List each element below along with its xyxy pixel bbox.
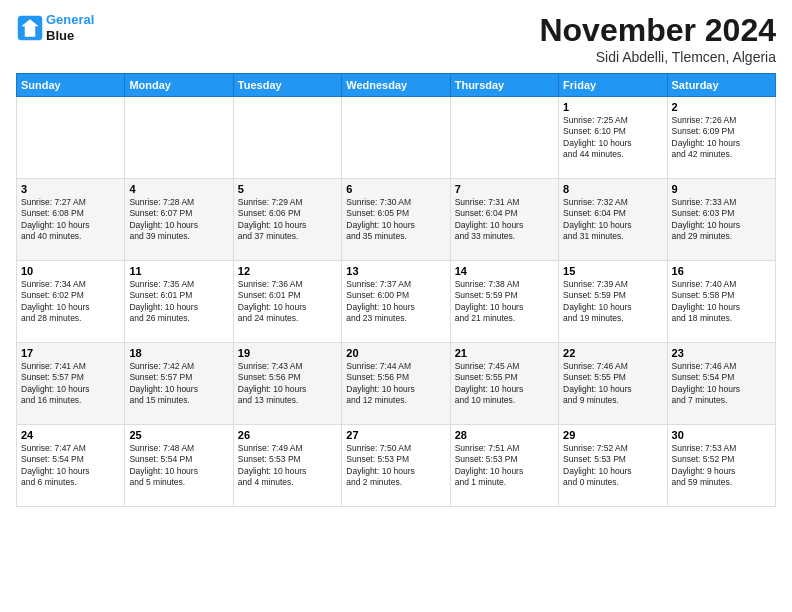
- day-number: 27: [346, 429, 445, 441]
- calendar-cell: 4Sunrise: 7:28 AM Sunset: 6:07 PM Daylig…: [125, 179, 233, 261]
- month-title: November 2024: [539, 12, 776, 49]
- day-info: Sunrise: 7:53 AM Sunset: 5:52 PM Dayligh…: [672, 443, 771, 489]
- calendar-cell: 19Sunrise: 7:43 AM Sunset: 5:56 PM Dayli…: [233, 343, 341, 425]
- day-info: Sunrise: 7:40 AM Sunset: 5:58 PM Dayligh…: [672, 279, 771, 325]
- header-wednesday: Wednesday: [342, 74, 450, 97]
- day-info: Sunrise: 7:44 AM Sunset: 5:56 PM Dayligh…: [346, 361, 445, 407]
- calendar-week-3: 10Sunrise: 7:34 AM Sunset: 6:02 PM Dayli…: [17, 261, 776, 343]
- day-info: Sunrise: 7:47 AM Sunset: 5:54 PM Dayligh…: [21, 443, 120, 489]
- calendar-cell: 25Sunrise: 7:48 AM Sunset: 5:54 PM Dayli…: [125, 425, 233, 507]
- calendar-cell: 16Sunrise: 7:40 AM Sunset: 5:58 PM Dayli…: [667, 261, 775, 343]
- day-number: 26: [238, 429, 337, 441]
- header-monday: Monday: [125, 74, 233, 97]
- day-number: 4: [129, 183, 228, 195]
- calendar-cell: 14Sunrise: 7:38 AM Sunset: 5:59 PM Dayli…: [450, 261, 558, 343]
- day-info: Sunrise: 7:37 AM Sunset: 6:00 PM Dayligh…: [346, 279, 445, 325]
- header-sunday: Sunday: [17, 74, 125, 97]
- calendar-cell: 5Sunrise: 7:29 AM Sunset: 6:06 PM Daylig…: [233, 179, 341, 261]
- calendar-cell: 6Sunrise: 7:30 AM Sunset: 6:05 PM Daylig…: [342, 179, 450, 261]
- logo-text: General Blue: [46, 12, 94, 43]
- day-info: Sunrise: 7:51 AM Sunset: 5:53 PM Dayligh…: [455, 443, 554, 489]
- day-info: Sunrise: 7:33 AM Sunset: 6:03 PM Dayligh…: [672, 197, 771, 243]
- day-number: 8: [563, 183, 662, 195]
- location: Sidi Abdelli, Tlemcen, Algeria: [539, 49, 776, 65]
- calendar-week-1: 1Sunrise: 7:25 AM Sunset: 6:10 PM Daylig…: [17, 97, 776, 179]
- calendar-cell: 12Sunrise: 7:36 AM Sunset: 6:01 PM Dayli…: [233, 261, 341, 343]
- calendar-cell: 29Sunrise: 7:52 AM Sunset: 5:53 PM Dayli…: [559, 425, 667, 507]
- calendar-cell: 2Sunrise: 7:26 AM Sunset: 6:09 PM Daylig…: [667, 97, 775, 179]
- day-number: 19: [238, 347, 337, 359]
- day-number: 15: [563, 265, 662, 277]
- calendar-cell: 24Sunrise: 7:47 AM Sunset: 5:54 PM Dayli…: [17, 425, 125, 507]
- calendar-cell: 27Sunrise: 7:50 AM Sunset: 5:53 PM Dayli…: [342, 425, 450, 507]
- day-info: Sunrise: 7:48 AM Sunset: 5:54 PM Dayligh…: [129, 443, 228, 489]
- day-number: 30: [672, 429, 771, 441]
- day-number: 16: [672, 265, 771, 277]
- calendar-cell: 20Sunrise: 7:44 AM Sunset: 5:56 PM Dayli…: [342, 343, 450, 425]
- day-info: Sunrise: 7:45 AM Sunset: 5:55 PM Dayligh…: [455, 361, 554, 407]
- calendar-table: Sunday Monday Tuesday Wednesday Thursday…: [16, 73, 776, 507]
- day-number: 10: [21, 265, 120, 277]
- day-number: 23: [672, 347, 771, 359]
- logo: General Blue: [16, 12, 94, 43]
- day-number: 14: [455, 265, 554, 277]
- calendar-cell: 30Sunrise: 7:53 AM Sunset: 5:52 PM Dayli…: [667, 425, 775, 507]
- day-info: Sunrise: 7:50 AM Sunset: 5:53 PM Dayligh…: [346, 443, 445, 489]
- calendar-week-5: 24Sunrise: 7:47 AM Sunset: 5:54 PM Dayli…: [17, 425, 776, 507]
- day-number: 29: [563, 429, 662, 441]
- header-friday: Friday: [559, 74, 667, 97]
- day-info: Sunrise: 7:39 AM Sunset: 5:59 PM Dayligh…: [563, 279, 662, 325]
- day-number: 9: [672, 183, 771, 195]
- day-info: Sunrise: 7:30 AM Sunset: 6:05 PM Dayligh…: [346, 197, 445, 243]
- calendar-cell: 3Sunrise: 7:27 AM Sunset: 6:08 PM Daylig…: [17, 179, 125, 261]
- calendar-cell: 8Sunrise: 7:32 AM Sunset: 6:04 PM Daylig…: [559, 179, 667, 261]
- header-thursday: Thursday: [450, 74, 558, 97]
- calendar-cell: [450, 97, 558, 179]
- calendar-week-2: 3Sunrise: 7:27 AM Sunset: 6:08 PM Daylig…: [17, 179, 776, 261]
- calendar-cell: 28Sunrise: 7:51 AM Sunset: 5:53 PM Dayli…: [450, 425, 558, 507]
- calendar-header: Sunday Monday Tuesday Wednesday Thursday…: [17, 74, 776, 97]
- day-number: 7: [455, 183, 554, 195]
- day-number: 1: [563, 101, 662, 113]
- calendar-page: General Blue November 2024 Sidi Abdelli,…: [0, 0, 792, 519]
- title-area: November 2024 Sidi Abdelli, Tlemcen, Alg…: [539, 12, 776, 65]
- logo-general: General: [46, 12, 94, 27]
- logo-icon: [16, 14, 44, 42]
- day-info: Sunrise: 7:25 AM Sunset: 6:10 PM Dayligh…: [563, 115, 662, 161]
- day-info: Sunrise: 7:26 AM Sunset: 6:09 PM Dayligh…: [672, 115, 771, 161]
- day-info: Sunrise: 7:52 AM Sunset: 5:53 PM Dayligh…: [563, 443, 662, 489]
- day-number: 13: [346, 265, 445, 277]
- day-info: Sunrise: 7:46 AM Sunset: 5:55 PM Dayligh…: [563, 361, 662, 407]
- day-number: 11: [129, 265, 228, 277]
- day-number: 5: [238, 183, 337, 195]
- day-info: Sunrise: 7:35 AM Sunset: 6:01 PM Dayligh…: [129, 279, 228, 325]
- day-number: 12: [238, 265, 337, 277]
- calendar-cell: [17, 97, 125, 179]
- calendar-cell: 26Sunrise: 7:49 AM Sunset: 5:53 PM Dayli…: [233, 425, 341, 507]
- day-info: Sunrise: 7:46 AM Sunset: 5:54 PM Dayligh…: [672, 361, 771, 407]
- day-number: 6: [346, 183, 445, 195]
- calendar-cell: 15Sunrise: 7:39 AM Sunset: 5:59 PM Dayli…: [559, 261, 667, 343]
- logo-blue: Blue: [46, 28, 74, 43]
- day-info: Sunrise: 7:41 AM Sunset: 5:57 PM Dayligh…: [21, 361, 120, 407]
- calendar-cell: 23Sunrise: 7:46 AM Sunset: 5:54 PM Dayli…: [667, 343, 775, 425]
- day-info: Sunrise: 7:42 AM Sunset: 5:57 PM Dayligh…: [129, 361, 228, 407]
- day-number: 25: [129, 429, 228, 441]
- calendar-cell: 10Sunrise: 7:34 AM Sunset: 6:02 PM Dayli…: [17, 261, 125, 343]
- day-info: Sunrise: 7:34 AM Sunset: 6:02 PM Dayligh…: [21, 279, 120, 325]
- day-info: Sunrise: 7:32 AM Sunset: 6:04 PM Dayligh…: [563, 197, 662, 243]
- header-tuesday: Tuesday: [233, 74, 341, 97]
- day-info: Sunrise: 7:49 AM Sunset: 5:53 PM Dayligh…: [238, 443, 337, 489]
- calendar-cell: [342, 97, 450, 179]
- day-number: 17: [21, 347, 120, 359]
- calendar-week-4: 17Sunrise: 7:41 AM Sunset: 5:57 PM Dayli…: [17, 343, 776, 425]
- day-number: 28: [455, 429, 554, 441]
- calendar-cell: 11Sunrise: 7:35 AM Sunset: 6:01 PM Dayli…: [125, 261, 233, 343]
- calendar-cell: 13Sunrise: 7:37 AM Sunset: 6:00 PM Dayli…: [342, 261, 450, 343]
- day-info: Sunrise: 7:31 AM Sunset: 6:04 PM Dayligh…: [455, 197, 554, 243]
- calendar-cell: 9Sunrise: 7:33 AM Sunset: 6:03 PM Daylig…: [667, 179, 775, 261]
- day-number: 3: [21, 183, 120, 195]
- day-info: Sunrise: 7:36 AM Sunset: 6:01 PM Dayligh…: [238, 279, 337, 325]
- day-info: Sunrise: 7:29 AM Sunset: 6:06 PM Dayligh…: [238, 197, 337, 243]
- day-info: Sunrise: 7:43 AM Sunset: 5:56 PM Dayligh…: [238, 361, 337, 407]
